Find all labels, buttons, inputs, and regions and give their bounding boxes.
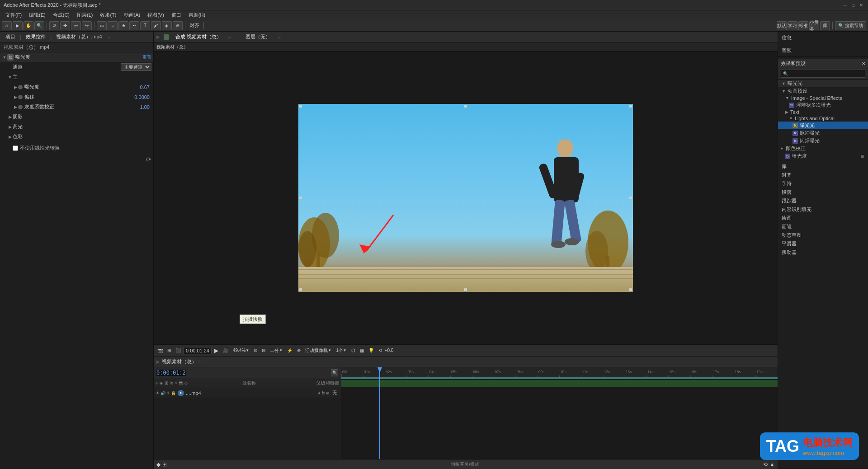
handle-top[interactable] [464, 105, 467, 108]
exposure-value[interactable]: 0.67 [140, 84, 151, 90]
light-btn[interactable]: 💡 [367, 346, 376, 355]
layer-lock-icon[interactable]: 🔒 [171, 391, 176, 395]
main-section[interactable]: ▼ 主 [0, 72, 153, 82]
float-exposure-item[interactable]: fx 浮雕状多次曝光 [778, 101, 868, 109]
menu-file[interactable]: 文件(F) [2, 10, 25, 20]
expand-shadow[interactable]: ▶ [7, 114, 13, 120]
handle-bottom[interactable] [464, 288, 467, 291]
image-special-effects-item[interactable]: ▼ Image - Special Effects [778, 95, 868, 101]
handle-bl[interactable] [299, 288, 302, 291]
menu-view[interactable]: 视图(V) [144, 10, 168, 20]
expand-color[interactable]: ▶ [7, 134, 13, 140]
comp-tab[interactable]: 合成 视频素材（总） [173, 33, 224, 40]
layer-tab-label[interactable]: 视频素材（总） [156, 44, 188, 50]
effects-search-input[interactable] [788, 71, 863, 76]
tab-footage[interactable]: 视频素材（总）.mp4 [53, 33, 104, 40]
shadow-section[interactable]: ▶ 阴影 [0, 112, 153, 122]
pulse-exposure-item[interactable]: fx 脉冲曝光 [778, 129, 868, 137]
menu-animate[interactable]: 动画(A) [120, 10, 144, 20]
menu-edit[interactable]: 编辑(E) [25, 10, 49, 20]
layer-eye-icon[interactable]: 👁 [156, 391, 160, 395]
handle-left[interactable] [299, 197, 302, 199]
expand-shift[interactable]: ▶ [13, 94, 18, 100]
graph-tab[interactable]: 图层（无） [243, 33, 273, 40]
layer-name-text[interactable]: ....mp4 [186, 390, 316, 396]
region-btn[interactable]: ⊟ [260, 346, 267, 355]
zoom-dropdown[interactable]: 49.4% ▼ [231, 346, 251, 355]
small-screen-workspace[interactable]: 小屏幕 [809, 21, 819, 30]
tab-project[interactable]: 项目 [3, 33, 18, 40]
handle-tl[interactable] [299, 105, 302, 108]
menu-compose[interactable]: 合成(C) [49, 10, 73, 20]
color-section[interactable]: ▶ 色彩 [0, 132, 153, 142]
layer-parent-value[interactable]: 无 [330, 389, 339, 396]
floor-btn[interactable]: ▦ [358, 346, 366, 355]
star-tool[interactable]: ★ [118, 21, 128, 30]
menu-layer[interactable]: 图层(L) [73, 10, 96, 20]
flash-exposure-item[interactable]: fx 闪烁曝光 [778, 137, 868, 145]
camera-dropdown[interactable]: 活动摄像机 ▼ [303, 346, 333, 355]
learn-workspace[interactable]: 学习 [788, 21, 797, 30]
add-marker-icon[interactable]: ◆ [156, 461, 160, 468]
motion-sketch-header[interactable]: 动态草图 [778, 231, 868, 239]
snapshot-btn[interactable]: 📷 [156, 346, 165, 355]
comp-menu-icon[interactable]: ≡ [228, 34, 231, 40]
layer-fx-icon[interactable]: fx [322, 391, 325, 395]
loop-icon[interactable]: ⟲ [763, 461, 768, 468]
paragraph-header[interactable]: 段落 [778, 188, 868, 197]
current-time-input[interactable] [156, 370, 186, 376]
select-tool[interactable]: ▶ [13, 21, 23, 30]
exposure-cc-item[interactable]: fx 曝光度 ⊞ [778, 152, 868, 160]
standard-workspace[interactable]: 标准 [798, 21, 808, 30]
expand-highlight[interactable]: ▶ [7, 124, 13, 130]
text-tool[interactable]: T [140, 21, 150, 30]
work-area-bar[interactable] [341, 377, 778, 379]
expand-gamma[interactable]: ▶ [13, 104, 18, 110]
track-bar-1[interactable] [341, 380, 778, 387]
default-workspace[interactable]: 默认 [777, 21, 787, 30]
play-btn[interactable]: ▶ [212, 346, 220, 355]
fit-btn[interactable]: ⊡ [252, 346, 259, 355]
channel-select[interactable]: 主要通道 [121, 63, 151, 71]
canvas-header[interactable]: 画笔 [778, 222, 868, 231]
layer-solo-icon[interactable]: ☀ [166, 391, 170, 395]
gamma-row[interactable]: ▶ 灰度系数校正 1.00 [0, 102, 153, 112]
graph-editor-icon[interactable]: ⊞ [162, 461, 167, 468]
tracker-header[interactable]: 跟踪器 [778, 197, 868, 205]
view-dropdown[interactable]: 1个 ▼ [334, 346, 348, 355]
smoother-header[interactable]: 平滑器 [778, 239, 868, 248]
close-button[interactable]: ✕ [858, 2, 864, 8]
exposure-value-row[interactable]: ▶ 曝光度 0.67 [0, 82, 153, 92]
expand-arrow-exposure[interactable]: ▼ [2, 55, 7, 60]
text-presets-item[interactable]: ▶ Text [778, 109, 868, 115]
restore-button[interactable]: □ [850, 2, 856, 8]
hand-tool[interactable]: ✋ [24, 21, 33, 30]
expand-main[interactable]: ▼ [7, 75, 13, 80]
layer-color-swatch[interactable]: ● [178, 390, 184, 396]
playhead[interactable] [379, 367, 380, 459]
redo-tool[interactable]: ↪ [82, 21, 92, 30]
handle-right[interactable] [629, 197, 632, 199]
brush-tool[interactable]: 🖌 [151, 21, 161, 30]
undo-tool[interactable]: ↩ [71, 21, 81, 30]
reset-btn[interactable]: ⟲ [377, 346, 384, 355]
drawing-header[interactable]: 绘画 [778, 214, 868, 222]
close-effects-panel[interactable]: ✕ [862, 61, 865, 66]
info-header[interactable]: 信息 [778, 33, 868, 42]
handle-br[interactable] [629, 288, 632, 291]
search-timeline-btn[interactable]: 🔍 [331, 369, 338, 376]
pen-tool[interactable]: ✒ [129, 21, 139, 30]
color-correction-header[interactable]: ▼ 颜色校正 [778, 145, 868, 152]
layer-audio-icon[interactable]: 🔊 [160, 391, 165, 395]
selected-exposure-item[interactable]: fx 曝光光 [778, 122, 868, 129]
stamp-tool[interactable]: ◈ [162, 21, 172, 30]
exposure-header-item[interactable]: ▼ 曝光光 [778, 80, 868, 87]
reset-clock-icon[interactable]: ⟳ [146, 156, 151, 163]
anchor-tool[interactable]: ✤ [60, 21, 70, 30]
exposure-effect-header[interactable]: ▼ fx 曝光度 重置 [0, 52, 153, 62]
shift-row[interactable]: ▶ 偏移 0.0000 [0, 92, 153, 102]
expand-timeline-icon[interactable]: ▲ [769, 461, 775, 468]
3d-renderer-btn[interactable]: ⬡ [349, 346, 357, 355]
camera-btn[interactable]: 🎥 [221, 346, 230, 355]
search-help[interactable]: 🔍 搜索帮助 [835, 21, 866, 30]
